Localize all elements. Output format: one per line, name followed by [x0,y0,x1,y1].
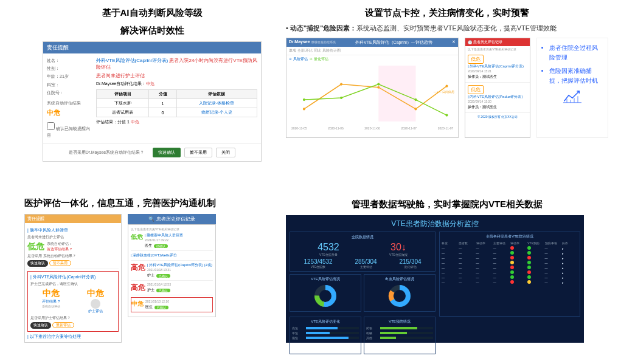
pb-item[interactable]: 高危2021/01/14 12:53护士已确认 [131,281,213,295]
sum-risk: 中危 [131,120,139,124]
pb-role: 护士 [147,287,154,293]
pb-date: 2021/01/18 10:31 [147,268,212,272]
th: 主要评估 [493,241,509,245]
age-value: 21岁 [60,74,69,78]
pb-role: 护士 [147,273,154,278]
pb-item[interactable]: | 深静脉血栓(DVT)Wells评分 [131,251,213,261]
redo-button[interactable]: 重新评估 [52,322,74,328]
close-button[interactable]: 关闭 [216,148,235,157]
table-row[interactable]: —————▸ [442,275,578,280]
bullet-bold: 动态"捕捉"危险因素： [290,24,356,32]
tab-risk[interactable]: ⊙ 风险评估 [289,57,308,61]
pa-sec2-title[interactable]: | 外科VTE风险评估(Caprini评分表) [30,274,116,280]
stat-big2: 30↓ [389,242,408,253]
table-row[interactable]: —————▸ [442,261,578,265]
done-badge: 已确认 [154,244,168,248]
s3-heading: 医护评估一体化，信息互通，完善医护沟通机制 [24,197,268,209]
th: 患者数 [459,241,474,245]
pb-item[interactable]: 低危| 脑梗塞中风险人群筛查2021/01/17 09:22医生已确认 [131,231,213,251]
skip-button[interactable]: 暂不采用 [49,260,71,266]
td: 患者试用表 [97,108,149,117]
table-row[interactable]: —————▸ [442,280,578,284]
th3: 评估依据 [176,90,257,99]
table-row[interactable]: —————▸ [442,270,578,275]
bar-hdr: VTE风险评估变化 [292,319,359,325]
stat-l: VTE住院数 [304,265,332,269]
td-link[interactable]: 入院记录-体格检查 [176,99,257,108]
pie-hdr: 出血风险评估情况 [366,276,433,282]
dialog-title: 责任提醒 [43,42,261,53]
hist-item[interactable]: 低危 | 内科VTE风险评估(Padua评分表) 2020/09/14 15:2… [465,83,530,113]
pa-header: 责任提醒 [25,215,121,223]
history-panel-b: 患者历史评估记录 以下是该患者历史VTE相关评估记录 低危| 脑梗塞中风险人群筛… [128,214,216,343]
chart-legend: —●— 日间病房 [434,90,454,94]
hist-date: 2020/09/14 15:21 [468,69,527,73]
chart-subtabs[interactable]: 单项 全部 环比 同比 风险统计图 [286,47,458,55]
hist-label: | 外科VTE风险评估(Caprini评分表) [468,64,527,69]
confirm-button[interactable]: 快速确认 [153,148,181,157]
pa-sec3-title[interactable]: | 以下推荐治疗方案等待处理 [27,334,119,340]
td: 1 [149,99,176,108]
x-tick: 2020-11-05 [291,126,307,130]
fast-confirm-button-2[interactable]: 快速确认 [30,322,51,329]
bullet-text: 系统动态监测、实时预警患者VTE风险状态变化，提高VTE管理效能 [356,24,557,32]
th: 操作 [562,241,578,245]
stat-sub: VTE住院漏报 [389,253,408,256]
pb-item[interactable]: 高危| 外科VTE风险评估(Caprini评分表) (2项)2021/01/18… [131,261,213,281]
svg-point-5 [445,85,448,88]
pb-label: | 脑梗塞中风险人群筛查 [145,233,183,238]
svg-point-2 [340,83,342,86]
th: 预防事项 [545,241,561,245]
svg-point-10 [445,114,448,117]
td: 0 [149,108,176,117]
nurse-link[interactable]: 护士评估 [87,309,104,314]
line-chart [291,66,453,128]
th: 评估率 [476,241,492,245]
svg-point-3 [377,86,380,89]
result-link[interactable]: 评估结果 ? [42,299,60,304]
hist-role: 操作员：测试医生 [468,105,527,110]
pb-label: | 外科VTE风险评估(Caprini评分表) (2项) [147,263,212,268]
fast-confirm-button[interactable]: 快速确认 [27,260,48,267]
done-badge: 已确认 [156,289,170,292]
table-row[interactable]: —————▸ [442,246,578,250]
warn-link[interactable]: 外科VTE风险评估(Caprini评分表) [96,58,168,63]
s2-bullet: • 动态"捕捉"危险因素：系统动态监测、实时预警患者VTE风险状态变化，提高VT… [286,24,608,33]
hist-role: 操作员：测试医生 [468,74,527,80]
dashboard: VTE患者防治数据分析监控 全院数据情况 4532VTE住院质量 30↓VTE住… [286,215,584,343]
first-link[interactable]: 首选评估结果 ? [47,247,72,252]
avatar-icon [91,299,100,309]
close-icon[interactable]: ✕ [452,39,456,46]
skip-button[interactable]: 暂不采用 [184,148,212,157]
hist-title: 患者历史评估记录 [473,39,502,45]
done-badge: 已确认 [156,274,170,278]
risk-dialog: 责任提醒 姓名： 性别： 年龄：21岁 科室： 住院号： 系统自动评估结果 中危… [43,41,262,162]
svg-point-6 [303,98,305,101]
th2: 分值 [149,90,176,99]
th: 评估率 [510,241,526,245]
stat-l: 主要评估 [355,265,376,269]
info-card: 患者住院全过程风险管理 危险因素准确捕捉，把握评估时机 [536,38,608,138]
search-icon[interactable] [148,216,154,222]
table-row[interactable]: —————▸ [442,266,578,270]
confirm-checkbox[interactable] [47,122,55,130]
table-row[interactable]: —————▸ [442,256,578,260]
td: 下肢水肿 [97,99,149,108]
bar-chart-1: VTE风险评估变化 高危 中危 低危 [290,317,361,354]
assess-table: 评估项目分值评估依据 下肢水肿1入院记录-体格检查 患者试用表0病历记录-个人史 [96,89,257,117]
svg-point-7 [340,97,342,99]
gender-label: 性别： [47,65,92,72]
pb-item-highlighted[interactable]: 中危2021/01/13 12:10医生已确认 [131,297,213,312]
pa-sec1-title[interactable]: | 脑卒中风险人群筛查 [27,227,119,233]
pa-q2: 是否采用护士评估结果？ [30,315,116,321]
td-link[interactable]: 病历记录-个人史 [176,108,257,117]
tab-quant[interactable]: ⊙ 量化评估 [310,57,328,61]
result-risk: 中危 [146,81,154,86]
table-row[interactable]: —————▸ [442,251,578,255]
hist-item[interactable]: 低危 | 外科VTE风险评估(Caprini评分表) 2020/09/14 15… [465,52,530,83]
result-prefix: Dr.Maysee自动评估结果： [96,81,146,86]
chart-title: 外科VTE风险评估（Caprini）—评估趋势 [355,39,432,46]
pa-q1: 是否采用 系统自动评估结果？ [27,253,119,259]
pb-date: 2021/01/14 12:53 [147,283,171,286]
pb-role: 医生 [145,243,152,249]
